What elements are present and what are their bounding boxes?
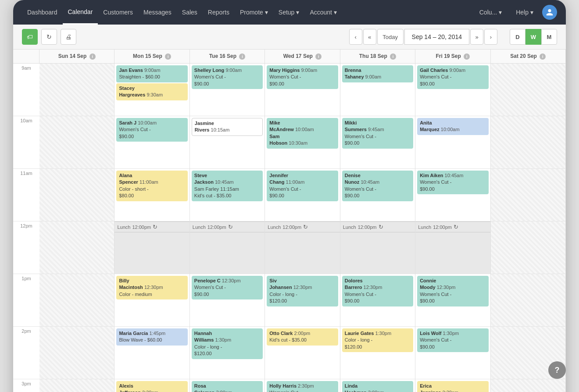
appt-erica-jennings[interactable]: Erica Jennings 2:30pm Color - long -$120… [417,381,488,392]
appt-rosa-coleman[interactable]: Rosa Coleman 3:00pm [192,381,263,392]
tue-9am-slot[interactable]: Shelley Long 9:00am Women's Cut -$90.00 [190,64,264,116]
sun-info-icon[interactable]: i [89,53,96,60]
tag-button[interactable]: 🏷 [22,29,38,45]
appt-anita-marquez[interactable]: Anita Marquez 10:00am [417,118,488,135]
wed-info-icon[interactable]: i [315,53,322,60]
appt-jennifer-chang[interactable]: Jennifer Chang 11:00am Women's Cut -$90.… [267,171,338,201]
prev-month-btn[interactable]: « [363,29,376,45]
sat-info-icon[interactable]: i [540,53,546,60]
wed-1pm-slot[interactable]: Siv Johansen 12:30pm Color - long -$120.… [265,274,340,327]
appt-billy-macintosh[interactable]: Billy Macintosh 12:30pm Color - medium [116,276,187,299]
appt-gail-charles[interactable]: Gail Charles 9:00am Women's Cut -$90.00 [417,65,488,89]
sun-11am-slot[interactable] [39,169,114,221]
nav-account[interactable]: Account ▾ [304,0,342,25]
refresh-button[interactable]: ↻ [41,29,57,45]
nav-sales[interactable]: Sales [177,0,203,25]
wed-3pm-slot[interactable]: Holly Harris 2:30pm Women's Cut -$90.00 … [265,379,340,392]
appt-steve-jackson[interactable]: Steve Jackson 10:45am Sam Farley 11:15am… [192,171,263,201]
nav-dashboard[interactable]: Dashboard [22,0,63,25]
sat-12pm-slot[interactable] [491,221,565,274]
nav-setup[interactable]: Setup ▾ [273,0,305,25]
nav-column[interactable]: Colu... ▾ [474,0,507,25]
appt-mary-higgins[interactable]: Mary Higgins 9:00am Women's Cut -$90.00 [267,65,338,89]
wed-2pm-slot[interactable]: Otto Clark 2:00pm Kid's cut - $35.00 [265,327,340,379]
nav-customers[interactable]: Customers [98,0,138,25]
fri-11am-slot[interactable]: Kim Aiken 10:45am Women's Cut -$90.00 [415,169,490,221]
appt-penelope-c[interactable]: Penelope C 12:30pm Women's Cut -$90.00 [192,276,263,299]
tue-3pm-slot[interactable]: Rosa Coleman 3:00pm Yolanda Glover 3:30p… [190,379,264,392]
sun-2pm-slot[interactable] [39,327,114,379]
fri-9am-slot[interactable]: Gail Charles 9:00am Women's Cut -$90.00 [415,64,490,116]
appt-stacy-hargreaves[interactable]: Stacey Hargreaves 9:30am [116,83,187,100]
next-week-btn[interactable]: › [484,29,497,45]
mon-1pm-slot[interactable]: Billy Macintosh 12:30pm Color - medium [114,274,189,327]
view-day-btn[interactable]: D [510,29,525,45]
wed-11am-slot[interactable]: Jennifer Chang 11:00am Women's Cut -$90.… [265,169,340,221]
tue-10am-slot[interactable]: Jasmine Rivers 10:15am [190,116,264,169]
mon-2pm-slot[interactable]: Maria Garcia 1:45pm Blow Wave - $60.00 [114,327,189,379]
fri-2pm-slot[interactable]: Lois Wolf 1:30pm Women's Cut -$90.00 [415,327,490,379]
appt-kim-aiken[interactable]: Kim Aiken 10:45am Women's Cut -$90.00 [417,171,488,194]
sun-10am-slot[interactable] [39,116,114,169]
thu-10am-slot[interactable]: Mikki Summers 9:45am Women's Cut -$90.00 [340,116,415,169]
user-avatar[interactable] [542,5,557,20]
fri-info-icon[interactable]: i [464,53,470,60]
appt-lois-wolf[interactable]: Lois Wolf 1:30pm Women's Cut -$90.00 [417,328,488,352]
print-button[interactable]: 🖨 [61,29,76,45]
appt-alana-spencer[interactable]: Alana Spencer 11:00am Color - short -$80… [116,171,187,201]
appt-jasmine-rivers[interactable]: Jasmine Rivers 10:15am [192,118,263,136]
nav-promote[interactable]: Promote ▾ [235,0,273,25]
appt-hannah-williams[interactable]: Hannah Williams 1:30pm Color - long -$12… [192,328,263,359]
sat-11am-slot[interactable] [491,169,565,221]
fri-10am-slot[interactable]: Anita Marquez 10:00am [415,116,490,169]
nav-reports[interactable]: Reports [203,0,235,25]
tue-12pm-slot[interactable]: Lunch 12:00pm ↻ [190,221,264,274]
fri-12pm-slot[interactable]: Lunch 12:00pm ↻ [415,221,490,274]
sat-9am-slot[interactable] [491,64,565,116]
sun-12pm-slot[interactable] [39,221,114,274]
mon-3pm-slot[interactable]: Alexis Jefferson 2:30pm Color - long -$1… [114,379,189,392]
appt-otto-clark[interactable]: Otto Clark 2:00pm Kid's cut - $35.00 [267,328,338,346]
appt-mike-mcandrew[interactable]: Mike McAndrew 10:00am Sam Hobson 10:30am [267,118,338,149]
thu-2pm-slot[interactable]: Laurie Gates 1:30pm Color - long -$120.0… [340,327,415,379]
thu-info-icon[interactable]: i [390,53,396,60]
appt-laurie-gates[interactable]: Laurie Gates 1:30pm Color - long -$120.0… [342,328,413,352]
view-week-btn[interactable]: W [525,29,541,45]
wed-12pm-slot[interactable]: Lunch 12:00pm ↻ [265,221,340,274]
tue-2pm-slot[interactable]: Hannah Williams 1:30pm Color - long -$12… [190,327,264,379]
fri-1pm-slot[interactable]: Connie Moody 12:30pm Women's Cut -$90.00 [415,274,490,327]
tue-1pm-slot[interactable]: Penelope C 12:30pm Women's Cut -$90.00 [190,274,264,327]
mon-10am-slot[interactable]: Sarah J 10:00am Women's Cut -$90.00 [114,116,189,169]
mon-12pm-slot[interactable]: Lunch 12:00pm ↻ [114,221,189,274]
sat-1pm-slot[interactable] [491,274,565,327]
thu-12pm-slot[interactable]: Lunch 12:00pm ↻ [340,221,415,274]
nav-calendar[interactable]: Calendar [63,0,98,25]
today-btn[interactable]: Today [377,29,404,45]
thu-11am-slot[interactable]: Denise Nunoz 10:45am Women's Cut -$90.00 [340,169,415,221]
appt-siv-johansen[interactable]: Siv Johansen 12:30pm Color - long -$120.… [267,276,338,306]
next-month-btn[interactable]: » [470,29,483,45]
sat-10am-slot[interactable] [491,116,565,169]
thu-3pm-slot[interactable]: Linda Hochman 3:00pm Women's Cut -$90.00 [340,379,415,392]
appt-linda-hochman[interactable]: Linda Hochman 3:00pm Women's Cut -$90.00 [342,381,413,392]
sun-9am-slot[interactable] [39,64,114,116]
appt-holly-harris[interactable]: Holly Harris 2:30pm Women's Cut -$90.00 [267,381,338,392]
appt-jan-evans[interactable]: Jan Evans 9:00am Straighten - $60.00 [116,65,187,82]
mon-11am-slot[interactable]: Alana Spencer 11:00am Color - short -$80… [114,169,189,221]
appt-dolores-barrero[interactable]: Dolores Barrero 12:30pm Women's Cut -$90… [342,276,413,306]
thu-9am-slot[interactable]: Brenna Tahaney 9:00am [340,64,415,116]
appt-denise-nunoz[interactable]: Denise Nunoz 10:45am Women's Cut -$90.00 [342,171,413,201]
appt-shelley-long[interactable]: Shelley Long 9:00am Women's Cut -$90.00 [192,65,263,89]
appt-sarah-j[interactable]: Sarah J 10:00am Women's Cut -$90.00 [116,118,187,142]
help-button[interactable]: ? [548,361,566,379]
nav-messages[interactable]: Messages [138,0,177,25]
appt-alexis-jefferson[interactable]: Alexis Jefferson 2:30pm Color - long -$1… [116,381,187,392]
thu-1pm-slot[interactable]: Dolores Barrero 12:30pm Women's Cut -$90… [340,274,415,327]
tue-11am-slot[interactable]: Steve Jackson 10:45am Sam Farley 11:15am… [190,169,264,221]
appt-brenna-tahaney[interactable]: Brenna Tahaney 9:00am [342,65,413,82]
sat-3pm-slot[interactable] [491,379,565,392]
sun-3pm-slot[interactable] [39,379,114,392]
prev-week-btn[interactable]: ‹ [349,29,362,45]
tue-info-icon[interactable]: i [239,53,245,60]
mon-info-icon[interactable]: i [165,53,171,60]
